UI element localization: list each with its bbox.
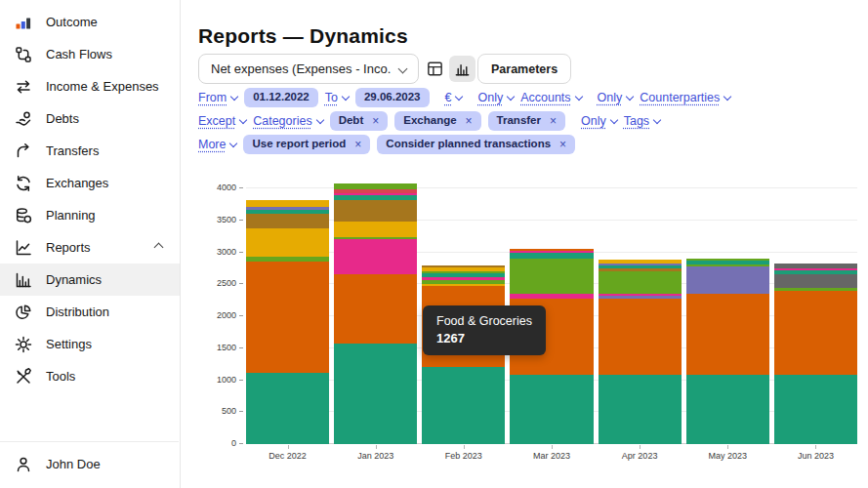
table-view-button[interactable] (422, 56, 448, 82)
chevron-down-icon (626, 93, 634, 101)
sidebar-item-dynamics[interactable]: Dynamics (0, 264, 180, 296)
stacked-bar-jun-2023[interactable] (774, 264, 857, 444)
y-tick-label: 0 (231, 438, 236, 448)
category-chips: Debt×Exchange×Transfer× (330, 111, 565, 131)
bar-segment-orange[interactable] (334, 274, 417, 344)
sidebar-item-label: Transfers (46, 143, 99, 158)
chip-label: Exchange (403, 114, 456, 128)
bar-segment-orange[interactable] (246, 262, 329, 374)
filter-accounts[interactable]: Accounts (520, 91, 581, 104)
sidebar-item-tools[interactable]: Tools (0, 360, 180, 392)
filter-counterparties-mode[interactable]: Only (598, 91, 634, 104)
x-tick-label: Feb 2023 (422, 451, 505, 461)
sidebar-item-transfers[interactable]: Transfers (0, 135, 180, 167)
metric-select[interactable]: Net expenses (Expenses - Inco... (198, 54, 419, 84)
chip-consider-planned-transactions[interactable]: Consider planned transactions× (377, 135, 575, 154)
sidebar-item-label: Distribution (46, 305, 109, 319)
filter-categories[interactable]: Categories (253, 114, 322, 128)
filter-from[interactable]: From (198, 91, 237, 104)
bar-segment-brown[interactable] (246, 214, 329, 227)
bar-chart-icon (453, 60, 472, 78)
sidebar-item-outcome[interactable]: Outcome (0, 6, 180, 38)
filter-to[interactable]: To (325, 91, 349, 104)
bar-segment-green[interactable] (599, 271, 682, 294)
filter-accounts-mode[interactable]: Only (477, 91, 514, 104)
bar-segment-amber[interactable] (246, 200, 329, 207)
chip-remove-icon[interactable]: × (550, 114, 557, 128)
parameters-button[interactable]: Parameters (477, 54, 571, 84)
bar-segment-teal[interactable] (422, 367, 505, 444)
y-tick-label: 2000 (217, 310, 236, 320)
x-tick-label: May 2023 (686, 451, 769, 461)
bar-segment-brown[interactable] (334, 200, 417, 222)
bar-segment-gray[interactable] (774, 274, 857, 288)
bar-segment-orange[interactable] (686, 294, 769, 375)
bar-segment-teal[interactable] (510, 375, 593, 444)
bar-segment-teal[interactable] (246, 373, 329, 444)
tooltip-value: 1267 (436, 331, 532, 346)
stacked-bar-apr-2023[interactable] (599, 260, 682, 444)
sidebar-item-exchanges[interactable]: Exchanges (0, 167, 180, 199)
bar-segment-amber[interactable] (246, 228, 329, 257)
bar-segment-purple[interactable] (686, 266, 769, 295)
filter-currency[interactable]: € (445, 91, 463, 104)
y-tick-mark (239, 380, 243, 381)
chevron-down-icon (315, 116, 323, 124)
y-tick-mark (239, 443, 243, 444)
chip-debt[interactable]: Debt× (330, 111, 389, 131)
bar-segment-orange[interactable] (599, 299, 682, 376)
x-tick-label: Dec 2022 (246, 451, 329, 461)
outcome-logo-icon (14, 13, 33, 32)
bar-segment-amber[interactable] (334, 222, 417, 237)
sidebar-item-distribution[interactable]: Distribution (0, 296, 180, 328)
sidebar-item-planning[interactable]: Planning (0, 199, 180, 231)
chip-remove-icon[interactable]: × (466, 114, 473, 128)
filter-to-value-chip[interactable]: 29.06.2023 (355, 88, 430, 107)
chart-plot: Dec 2022Jan 2023Feb 2023Mar 2023Apr 2023… (246, 188, 857, 444)
chip-transfer[interactable]: Transfer× (488, 111, 565, 131)
chip-use-report-period[interactable]: Use report period× (243, 135, 370, 154)
chip-remove-icon[interactable]: × (559, 138, 566, 151)
distribution-icon (14, 303, 33, 322)
sidebar-item-settings[interactable]: Settings (0, 328, 180, 360)
chevron-down-icon (455, 93, 463, 101)
chip-exchange[interactable]: Exchange× (394, 111, 480, 131)
filter-row-2: Except Categories Debt×Exchange×Transfer… (198, 111, 660, 131)
y-tick-label: 500 (222, 406, 236, 416)
y-tick-label: 1500 (217, 343, 236, 352)
more-chips: Use report period×Consider planned trans… (243, 135, 575, 154)
chip-label: Consider planned transactions (386, 138, 551, 151)
bar-segment-orange[interactable] (774, 291, 857, 375)
bar-segment-magenta[interactable] (334, 239, 417, 273)
bar-segment-green[interactable] (510, 259, 593, 294)
filter-from-value-chip[interactable]: 01.12.2022 (244, 88, 318, 107)
bar-segment-teal[interactable] (599, 375, 682, 444)
chip-remove-icon[interactable]: × (372, 114, 379, 128)
chart-view-button[interactable] (449, 56, 475, 82)
filter-tags[interactable]: Tags (624, 114, 660, 128)
filter-tags-mode[interactable]: Only (581, 114, 617, 128)
stacked-bar-dec-2022[interactable] (246, 200, 329, 444)
bar-segment-teal[interactable] (686, 375, 769, 444)
user-name: John Doe (46, 457, 101, 471)
chip-remove-icon[interactable]: × (354, 138, 361, 151)
sidebar-item-label: Settings (46, 337, 92, 351)
filter-counterparties[interactable]: Counterparties (640, 91, 730, 104)
filter-row-3: More Use report period×Consider planned … (198, 135, 575, 154)
income-expenses-icon (14, 77, 33, 97)
sidebar-item-label: Outcome (46, 15, 98, 29)
sidebar-item-cash-flows[interactable]: Cash Flows (0, 38, 180, 70)
sidebar-item-reports[interactable]: Reports (0, 231, 180, 264)
sidebar: Outcome Cash Flows Income & Expenses (0, 0, 181, 488)
sidebar-item-debts[interactable]: Debts (0, 102, 180, 135)
filter-more[interactable]: More (198, 138, 236, 151)
filter-categories-mode[interactable]: Except (198, 114, 246, 128)
tooltip-category: Food & Groceries (436, 314, 532, 328)
bar-segment-teal[interactable] (774, 375, 857, 444)
bar-segment-teal[interactable] (334, 344, 417, 444)
stacked-bar-jan-2023[interactable] (334, 183, 417, 444)
sidebar-item-income-expenses[interactable]: Income & Expenses (0, 70, 180, 102)
y-tick-mark (239, 187, 243, 188)
user-menu[interactable]: John Doe (0, 448, 179, 480)
stacked-bar-may-2023[interactable] (686, 259, 769, 444)
